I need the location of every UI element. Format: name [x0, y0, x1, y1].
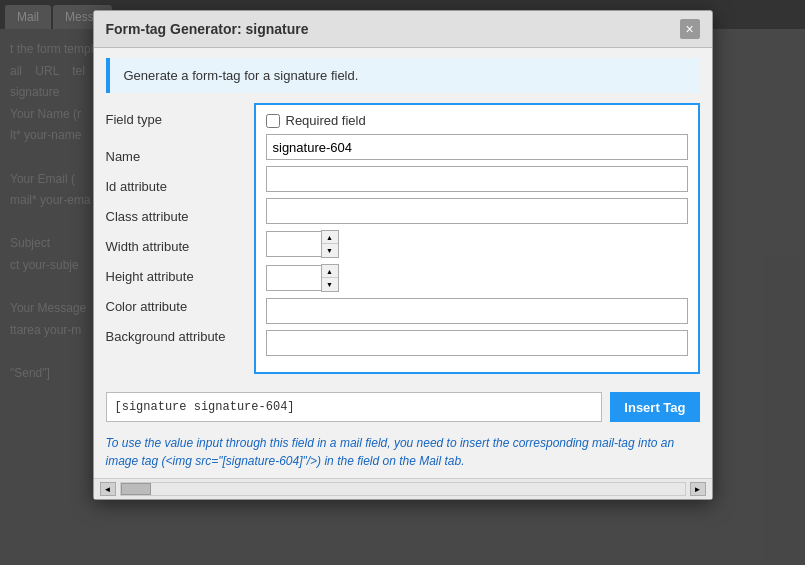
color-input[interactable] — [266, 298, 688, 324]
background-label: Background attribute — [106, 321, 254, 367]
modal-overlay: Form-tag Generator: signature × Generate… — [0, 0, 805, 565]
output-area: Insert Tag — [94, 384, 712, 430]
height-spin-up[interactable]: ▲ — [322, 265, 338, 278]
height-row: ▲ ▼ — [266, 264, 688, 292]
info-banner: Generate a form-tag for a signature fiel… — [106, 58, 700, 93]
fields-column: Required field — [254, 103, 700, 374]
field-type-label: Field type — [106, 103, 254, 135]
height-spinner: ▲ ▼ — [266, 264, 339, 292]
background-row — [266, 330, 688, 356]
width-spinner: ▲ ▼ — [266, 230, 339, 258]
name-input[interactable] — [266, 134, 688, 160]
modal-body: Generate a form-tag for a signature fiel… — [94, 48, 712, 478]
labels-column: Field type Name Id attribute Class attri… — [106, 103, 254, 374]
height-label: Height attribute — [106, 261, 254, 291]
scroll-track[interactable] — [120, 482, 686, 496]
width-spin-down[interactable]: ▼ — [322, 244, 338, 257]
scroll-right-button[interactable]: ► — [690, 482, 706, 496]
background-input[interactable] — [266, 330, 688, 356]
width-spin-buttons: ▲ ▼ — [321, 230, 339, 258]
id-input[interactable] — [266, 166, 688, 192]
scroll-thumb — [121, 483, 151, 495]
id-row — [266, 166, 688, 192]
color-label: Color attribute — [106, 291, 254, 321]
required-field-checkbox[interactable] — [266, 114, 280, 128]
modal-title: Form-tag Generator: signature — [106, 21, 309, 37]
class-row — [266, 198, 688, 224]
modal-dialog: Form-tag Generator: signature × Generate… — [93, 10, 713, 500]
horizontal-scrollbar: ◄ ► — [94, 478, 712, 499]
required-field-row: Required field — [266, 113, 688, 128]
scroll-left-button[interactable]: ◄ — [100, 482, 116, 496]
modal-header: Form-tag Generator: signature × — [94, 11, 712, 48]
modal-close-button[interactable]: × — [680, 19, 700, 39]
height-spin-down[interactable]: ▼ — [322, 278, 338, 291]
form-grid: Field type Name Id attribute Class attri… — [106, 103, 700, 374]
help-text: To use the value input through this fiel… — [94, 430, 712, 478]
class-input[interactable] — [266, 198, 688, 224]
height-input[interactable] — [266, 265, 321, 291]
width-label: Width attribute — [106, 231, 254, 261]
color-row — [266, 298, 688, 324]
form-container: Field type Name Id attribute Class attri… — [94, 103, 712, 384]
output-input[interactable] — [106, 392, 603, 422]
name-label: Name — [106, 141, 254, 171]
name-row — [266, 134, 688, 160]
id-label: Id attribute — [106, 171, 254, 201]
insert-tag-button[interactable]: Insert Tag — [610, 392, 699, 422]
class-label: Class attribute — [106, 201, 254, 231]
width-spin-up[interactable]: ▲ — [322, 231, 338, 244]
width-input[interactable] — [266, 231, 321, 257]
height-spin-buttons: ▲ ▼ — [321, 264, 339, 292]
required-field-label: Required field — [286, 113, 366, 128]
width-row: ▲ ▼ — [266, 230, 688, 258]
